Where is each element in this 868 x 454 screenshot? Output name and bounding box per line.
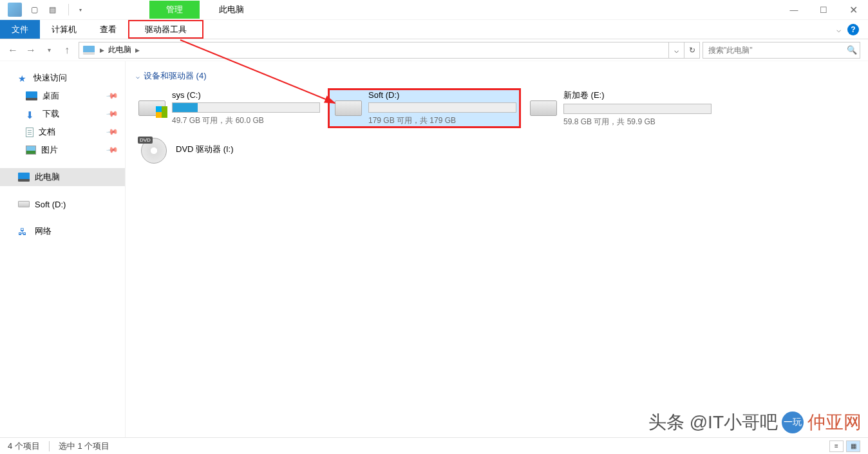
recent-locations-icon[interactable]: ▾ bbox=[40, 41, 58, 59]
sidebar-label: 下载 bbox=[42, 108, 59, 120]
forward-button[interactable]: → bbox=[22, 41, 40, 59]
drive-tile-e[interactable]: 新加卷 (E:) 59.8 GB 可用，共 59.9 GB bbox=[524, 88, 717, 128]
content-pane: ⌵设备和驱动器 (4) sys (C:) 49.7 GB 可用，共 60.0 G… bbox=[126, 61, 868, 437]
usage-bar bbox=[563, 104, 712, 114]
download-icon: ⬇ bbox=[26, 109, 37, 118]
sidebar-label: 图片 bbox=[41, 144, 58, 156]
drive-usage-text: 49.7 GB 可用，共 60.0 GB bbox=[172, 115, 320, 126]
pin-icon: 📌 bbox=[106, 126, 118, 138]
window-title: 此电脑 bbox=[219, 4, 244, 15]
group-label: 设备和驱动器 (4) bbox=[144, 70, 207, 82]
address-bar[interactable]: ▶ 此电脑 ▶ ⌵ ↻ bbox=[79, 42, 700, 59]
breadcrumb-this-pc[interactable]: 此电脑 bbox=[106, 44, 134, 55]
watermark: 头条 @IT小哥吧 一玩 仲亚网 bbox=[648, 410, 862, 435]
watermark-logo-icon: 一玩 bbox=[782, 411, 804, 433]
contextual-tab-manage[interactable]: 管理 bbox=[149, 1, 200, 19]
ribbon-expand-icon[interactable]: ⌵ bbox=[836, 25, 841, 34]
usage-bar bbox=[172, 102, 320, 113]
drive-tile-dvd[interactable]: DVD 驱动器 (I:) bbox=[132, 131, 325, 171]
app-icon bbox=[8, 3, 22, 17]
search-input[interactable] bbox=[703, 46, 844, 55]
address-dropdown-icon[interactable]: ⌵ bbox=[668, 42, 684, 59]
star-icon: ★ bbox=[18, 73, 30, 82]
sidebar-quick-access[interactable]: ★快速访问 bbox=[0, 69, 125, 87]
pin-icon: 📌 bbox=[106, 108, 118, 120]
status-bar: 4 个项目 选中 1 个项目 ≡ ▦ bbox=[0, 437, 868, 454]
ribbon-tab-view[interactable]: 查看 bbox=[88, 20, 128, 39]
search-box[interactable]: 🔍 bbox=[703, 42, 860, 59]
drive-icon bbox=[18, 201, 30, 207]
status-selected-count: 选中 1 个项目 bbox=[59, 440, 109, 452]
drive-usage-text: 59.8 GB 可用，共 59.9 GB bbox=[563, 117, 712, 128]
sidebar-item-downloads[interactable]: ⬇下载📌 bbox=[0, 105, 125, 123]
up-button[interactable]: ↑ bbox=[58, 41, 76, 59]
desktop-icon bbox=[26, 91, 37, 100]
ribbon-tab-computer[interactable]: 计算机 bbox=[40, 20, 88, 39]
usage-bar bbox=[368, 102, 516, 113]
qat-new-folder-icon[interactable]: ▤ bbox=[46, 4, 58, 15]
this-pc-icon bbox=[83, 46, 95, 55]
sidebar-label: Soft (D:) bbox=[35, 200, 66, 209]
network-icon: 🖧 bbox=[18, 227, 30, 236]
drive-name: sys (C:) bbox=[172, 90, 320, 100]
watermark-text: 头条 @IT小哥吧 bbox=[648, 410, 778, 435]
title-bar: ▢ ▤ ▾ 管理 此电脑 — ☐ ✕ bbox=[0, 0, 868, 20]
navigation-bar: ← → ▾ ↑ ▶ 此电脑 ▶ ⌵ ↻ 🔍 bbox=[0, 39, 868, 61]
close-button[interactable]: ✕ bbox=[838, 0, 868, 19]
drive-tile-d[interactable]: Soft (D:) 179 GB 可用，共 179 GB bbox=[328, 88, 521, 128]
ribbon-tab-drive-tools[interactable]: 驱动器工具 bbox=[128, 20, 203, 39]
back-button[interactable]: ← bbox=[4, 41, 22, 59]
group-header-devices[interactable]: ⌵设备和驱动器 (4) bbox=[132, 66, 862, 88]
search-icon[interactable]: 🔍 bbox=[844, 45, 860, 55]
drive-name: DVD 驱动器 (I:) bbox=[176, 144, 319, 155]
ribbon-tab-file[interactable]: 文件 bbox=[0, 20, 40, 39]
sidebar-item-this-pc[interactable]: 此电脑 bbox=[0, 168, 125, 186]
status-item-count: 4 个项目 bbox=[8, 440, 40, 452]
chevron-down-icon: ⌵ bbox=[136, 73, 140, 80]
minimize-button[interactable]: — bbox=[779, 0, 809, 19]
qat-separator bbox=[68, 4, 69, 15]
sidebar-item-pictures[interactable]: 图片📌 bbox=[0, 141, 125, 159]
this-pc-icon bbox=[18, 173, 30, 182]
sidebar-label: 桌面 bbox=[42, 90, 59, 102]
drive-icon bbox=[530, 94, 557, 122]
view-details-button[interactable]: ≡ bbox=[829, 440, 844, 452]
breadcrumb-chevron-icon[interactable]: ▶ bbox=[99, 47, 106, 53]
drive-usage-text: 179 GB 可用，共 179 GB bbox=[368, 115, 516, 126]
sidebar-item-network[interactable]: 🖧网络 bbox=[0, 222, 125, 240]
pin-icon: 📌 bbox=[106, 144, 118, 156]
drive-icon bbox=[138, 94, 165, 122]
sidebar-item-soft-d[interactable]: Soft (D:) bbox=[0, 195, 125, 213]
sidebar-label: 网络 bbox=[35, 225, 52, 237]
pin-icon: 📌 bbox=[106, 90, 118, 102]
sidebar-label: 此电脑 bbox=[35, 171, 60, 183]
watermark-trail: 仲亚网 bbox=[807, 410, 862, 435]
refresh-icon[interactable]: ↻ bbox=[684, 42, 699, 59]
pictures-icon bbox=[26, 146, 36, 155]
navigation-pane: ★快速访问 桌面📌 ⬇下载📌 文档📌 图片📌 此电脑 Soft (D:) 🖧网络 bbox=[0, 61, 126, 437]
help-icon[interactable]: ? bbox=[847, 24, 859, 35]
drive-name: 新加卷 (E:) bbox=[563, 90, 712, 101]
qat-properties-icon[interactable]: ▢ bbox=[28, 4, 40, 15]
status-divider bbox=[49, 441, 50, 451]
sidebar-item-documents[interactable]: 文档📌 bbox=[0, 123, 125, 141]
ribbon: 文件 计算机 查看 驱动器工具 ⌵ ? bbox=[0, 20, 868, 39]
maximize-button[interactable]: ☐ bbox=[809, 0, 838, 19]
sidebar-label: 文档 bbox=[39, 126, 55, 138]
dvd-icon bbox=[138, 137, 169, 165]
document-icon bbox=[26, 128, 33, 137]
sidebar-item-desktop[interactable]: 桌面📌 bbox=[0, 87, 125, 105]
view-tiles-button[interactable]: ▦ bbox=[846, 440, 860, 452]
qat-customize-icon[interactable]: ▾ bbox=[79, 7, 82, 13]
breadcrumb-chevron-icon[interactable]: ▶ bbox=[134, 47, 141, 53]
drive-name: Soft (D:) bbox=[368, 90, 516, 100]
drive-tile-c[interactable]: sys (C:) 49.7 GB 可用，共 60.0 GB bbox=[132, 88, 325, 128]
sidebar-label: 快速访问 bbox=[33, 72, 67, 84]
quick-access-toolbar: ▢ ▤ ▾ bbox=[28, 4, 82, 15]
drive-icon bbox=[335, 94, 362, 122]
